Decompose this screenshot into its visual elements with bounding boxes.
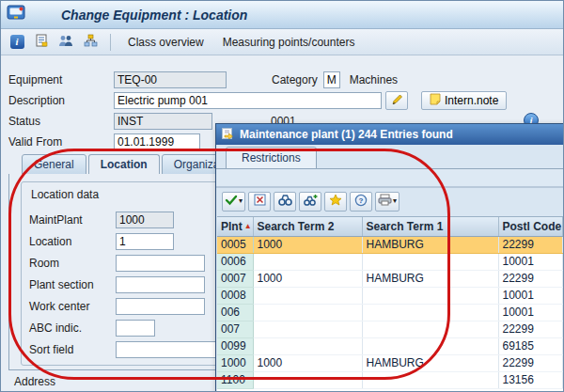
field-input-abc-indic-[interactable] xyxy=(116,320,155,337)
table-cell[interactable]: 0005 xyxy=(217,236,253,253)
help-button[interactable]: ? xyxy=(350,192,372,212)
table-cell[interactable]: 13156 xyxy=(498,371,563,388)
description-row: Description Intern.note xyxy=(8,91,556,110)
field-input-location[interactable] xyxy=(116,233,174,250)
table-row[interactable]: 009969185 xyxy=(217,337,563,354)
table-cell[interactable] xyxy=(253,371,362,388)
worklist-button[interactable] xyxy=(31,32,52,53)
tab-restrictions[interactable]: Restrictions xyxy=(226,147,317,169)
table-cell[interactable] xyxy=(362,253,498,270)
table-cell[interactable]: 22299 xyxy=(498,270,563,287)
table-cell[interactable] xyxy=(253,253,362,270)
tab-general[interactable]: General xyxy=(22,154,86,175)
table-cell[interactable]: 007 xyxy=(217,321,253,337)
table-row[interactable]: 00071000HAMBURG22299 xyxy=(217,270,563,287)
table-row[interactable]: 10001000HAMBURG22299 xyxy=(217,354,563,371)
table-cell[interactable]: 22299 xyxy=(498,354,563,371)
table-cell[interactable]: 1100 xyxy=(217,371,253,388)
table-cell[interactable] xyxy=(253,304,362,321)
confirm-button[interactable]: ▾ xyxy=(222,192,245,212)
table-cell[interactable]: HAMBURG xyxy=(362,236,498,253)
status-label: Status xyxy=(8,115,114,128)
table-cell[interactable]: 69185 xyxy=(498,337,563,354)
table-cell[interactable]: 1000 xyxy=(217,354,253,371)
window-titlebar: Change Equipment : Location xyxy=(1,1,563,29)
find-icon xyxy=(278,194,292,209)
table-cell[interactable]: 10001 xyxy=(498,253,563,270)
table-cell[interactable] xyxy=(362,304,498,321)
table-cell[interactable]: 1000 xyxy=(253,354,362,371)
table-cell[interactable] xyxy=(253,321,362,337)
table-row[interactable]: 00610001 xyxy=(217,304,563,321)
worklist-icon xyxy=(35,34,48,50)
field-input-work-center[interactable] xyxy=(116,298,205,315)
address-section-label: Address xyxy=(14,375,55,388)
status-field[interactable] xyxy=(114,113,212,130)
table-cell[interactable] xyxy=(362,337,498,354)
table-cell[interactable]: HAMBURG xyxy=(362,270,498,287)
print-button[interactable]: ▾ xyxy=(375,192,400,212)
edit-description-button[interactable] xyxy=(385,91,408,110)
class-overview-button[interactable]: Class overview xyxy=(120,34,212,51)
find-next-button[interactable] xyxy=(299,192,321,212)
table-cell[interactable]: 1000 xyxy=(253,270,362,287)
table-cell[interactable] xyxy=(362,321,498,337)
sort-ascending-icon: ▲ xyxy=(244,222,252,230)
column-header-plnt[interactable]: Plnt▲ xyxy=(217,217,253,236)
print-icon xyxy=(378,194,392,209)
valid-from-label: Valid From xyxy=(8,135,114,149)
page-title: Change Equipment : Location xyxy=(61,8,247,23)
field-label: Sort field xyxy=(29,343,116,356)
field-input-room[interactable] xyxy=(116,255,205,272)
intern-note-button[interactable]: Intern.note xyxy=(421,91,507,110)
field-input-maintplant[interactable] xyxy=(116,212,174,228)
partners-button[interactable] xyxy=(55,32,76,53)
table-cell[interactable]: 0007 xyxy=(217,270,253,287)
table-cell[interactable] xyxy=(362,287,498,304)
close-button[interactable] xyxy=(248,192,271,212)
field-input-plant-section[interactable] xyxy=(116,276,205,293)
sap-gui-window: Change Equipment : Location i xyxy=(0,0,564,392)
table-cell[interactable]: 10001 xyxy=(498,304,563,321)
description-field[interactable] xyxy=(114,92,382,109)
app-icon[interactable] xyxy=(7,5,25,24)
measuring-points-button[interactable]: Measuring points/counters xyxy=(215,34,363,51)
table-cell[interactable] xyxy=(253,337,362,354)
favorites-button[interactable] xyxy=(324,192,347,212)
table-cell[interactable]: 006 xyxy=(217,304,253,321)
table-row[interactable]: 000810001 xyxy=(217,287,563,304)
table-cell[interactable]: 22299 xyxy=(498,236,563,253)
column-header-search-term-2[interactable]: Search Term 2 xyxy=(253,217,362,236)
table-cell[interactable]: 0006 xyxy=(217,253,253,270)
column-header-search-term-1[interactable]: Search Term 1 xyxy=(362,217,498,236)
table-row[interactable]: 00722299 xyxy=(217,321,563,337)
table-row[interactable]: 000610001 xyxy=(217,253,563,270)
valid-from-field[interactable] xyxy=(114,133,200,150)
table-cell[interactable]: 0099 xyxy=(217,337,253,354)
tab-location[interactable]: Location xyxy=(88,154,160,175)
info-button[interactable]: i xyxy=(7,32,27,53)
table-cell[interactable]: 0008 xyxy=(217,287,253,304)
popup-toolbar: ▾ xyxy=(216,188,564,214)
category-field[interactable] xyxy=(323,71,340,88)
description-label: Description xyxy=(8,94,114,107)
structure-button[interactable] xyxy=(80,32,101,53)
column-header-postl-code[interactable]: Postl Code xyxy=(498,217,563,236)
field-input-sort-field[interactable] xyxy=(116,341,227,358)
intern-note-label: Intern.note xyxy=(445,94,498,107)
equipment-field[interactable] xyxy=(114,71,227,88)
find-button[interactable] xyxy=(274,192,296,212)
popup-title: Maintenance plant (1) 244 Entries found xyxy=(240,128,453,141)
toolbar-separator xyxy=(110,34,111,51)
table-cell[interactable]: 1000 xyxy=(253,236,362,253)
table-cell[interactable]: 10001 xyxy=(498,287,563,304)
group-title: Location data xyxy=(31,188,99,201)
table-cell[interactable]: 22299 xyxy=(498,321,563,337)
table-cell[interactable] xyxy=(253,287,362,304)
field-label: Location xyxy=(29,235,116,248)
table-cell[interactable]: HAMBURG xyxy=(362,354,498,371)
table-row[interactable]: 00051000HAMBURG22299 xyxy=(217,236,563,253)
info-icon: i xyxy=(10,35,24,49)
table-cell[interactable] xyxy=(362,371,498,388)
table-row[interactable]: 110013156 xyxy=(217,371,563,388)
